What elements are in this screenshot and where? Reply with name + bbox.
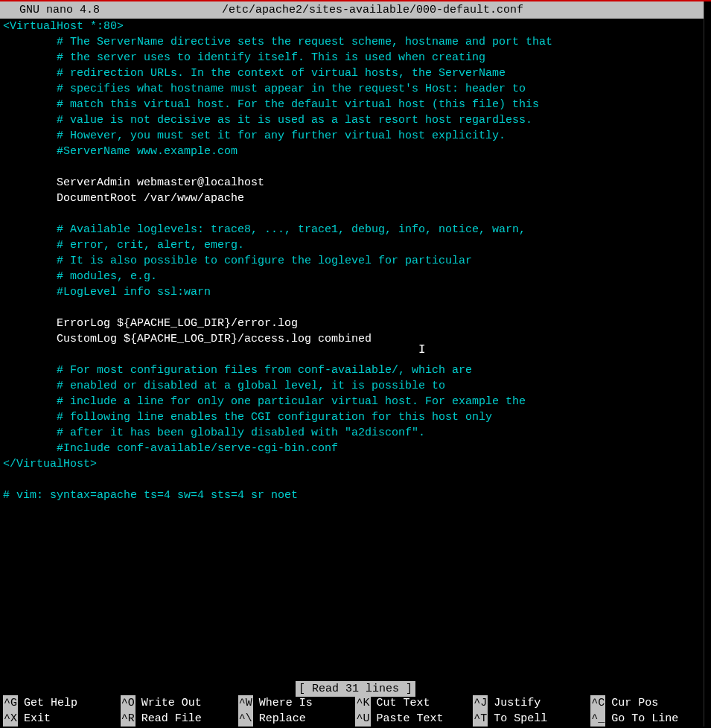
shortcut-key: ^J <box>473 695 488 711</box>
shortcut-label: Read File <box>141 711 202 727</box>
editor-line[interactable]: DocumentRoot /var/www/apache <box>3 191 708 206</box>
editor-line[interactable]: #Include conf-available/serve-cgi-bin.co… <box>3 441 708 456</box>
shortcut-key: ^C <box>590 695 605 711</box>
shortcut-key: ^G <box>3 695 18 711</box>
editor-line-text: # error, crit, alert, emerg. <box>3 239 244 252</box>
editor-line[interactable]: CustomLog ${APACHE_LOG_DIR}/access.log c… <box>3 331 708 347</box>
status-line: [ Read 31 lines ] <box>0 681 711 697</box>
editor-line[interactable]: # error, crit, alert, emerg. <box>3 237 708 253</box>
shortcut-item[interactable]: ^XExit <box>3 711 121 727</box>
editor-line[interactable]: # It is also possible to configure the l… <box>3 253 708 269</box>
shortcut-key: ^O <box>121 695 135 711</box>
shortcut-label: Replace <box>259 711 306 727</box>
vertical-scrollbar[interactable] <box>704 1 711 727</box>
editor-line-text: # vim: syntax=apache ts=4 sw=4 sts=4 sr … <box>3 489 298 502</box>
editor-line-text: #Include conf-available/serve-cgi-bin.co… <box>3 442 338 455</box>
editor-line-text: </VirtualHost> <box>3 458 97 470</box>
editor-line-text: # modules, e.g. <box>3 270 157 283</box>
shortcut-key: ^R <box>121 711 135 727</box>
editor-line[interactable]: #LogLevel info ssl:warn <box>3 284 708 300</box>
shortcut-bar: ^GGet Help^OWrite Out^WWhere Is^KCut Tex… <box>0 695 711 728</box>
shortcut-item[interactable]: ^GGet Help <box>3 695 121 711</box>
titlebar: GNU nano 4.8 /etc/apache2/sites-availabl… <box>0 1 711 19</box>
shortcut-key: ^T <box>473 711 488 727</box>
shortcut-label: Cut Text <box>377 695 430 711</box>
editor-line-text: # value is not decisive as it is used as… <box>3 114 532 127</box>
editor-line[interactable]: # Available loglevels: trace8, ..., trac… <box>3 222 708 237</box>
editor-line-text: # However, you must set it for any furth… <box>3 130 506 142</box>
editor-line-text: # Available loglevels: trace8, ..., trac… <box>3 223 526 236</box>
editor-line[interactable]: # The ServerName directive sets the requ… <box>3 34 708 50</box>
shortcut-label: Get Help <box>24 695 77 711</box>
editor-line[interactable]: </VirtualHost> <box>3 456 708 472</box>
editor-line-text: # The ServerName directive sets the requ… <box>3 36 552 48</box>
editor-area[interactable]: <VirtualHost *:80> # The ServerName dire… <box>0 19 711 503</box>
editor-line-text: <VirtualHost *:80> <box>3 20 124 33</box>
shortcut-label: To Spell <box>494 711 547 727</box>
editor-line[interactable]: # the server uses to identify itself. Th… <box>3 50 708 66</box>
editor-line[interactable]: # redirection URLs. In the context of vi… <box>3 66 708 81</box>
editor-line-text: # include a line for only one particular… <box>3 395 526 408</box>
shortcut-key: ^U <box>355 711 370 727</box>
editor-line[interactable]: # specifies what hostname must appear in… <box>3 81 708 97</box>
editor-line[interactable] <box>3 472 708 488</box>
editor-line[interactable]: ServerAdmin webmaster@localhost <box>3 175 708 191</box>
editor-line[interactable]: # However, you must set it for any furth… <box>3 128 708 144</box>
shortcut-row-2: ^XExit^RRead File^\Replace^UPaste Text^T… <box>3 711 708 727</box>
editor-line[interactable]: # enabled or disabled at a global level,… <box>3 378 708 394</box>
editor-line[interactable]: # following line enables the CGI configu… <box>3 409 708 425</box>
editor-line-text: ServerAdmin webmaster@localhost <box>3 176 264 189</box>
shortcut-key: ^X <box>3 711 18 727</box>
shortcut-item[interactable]: ^TTo Spell <box>473 711 590 727</box>
editor-line-text: # specifies what hostname must appear in… <box>3 83 526 95</box>
editor-line-text: # following line enables the CGI configu… <box>3 411 492 424</box>
shortcut-item[interactable]: ^_Go To Line <box>590 711 708 727</box>
open-file-path: /etc/apache2/sites-available/000-default… <box>40 2 705 18</box>
editor-line[interactable] <box>3 159 708 175</box>
shortcut-key: ^K <box>355 695 370 711</box>
editor-line-text: # enabled or disabled at a global level,… <box>3 380 445 392</box>
editor-line-text: ErrorLog ${APACHE_LOG_DIR}/error.log <box>3 317 298 330</box>
shortcut-item[interactable]: ^UPaste Text <box>355 711 473 727</box>
editor-line-text: #LogLevel info ssl:warn <box>3 286 211 298</box>
editor-line[interactable] <box>3 300 708 316</box>
shortcut-label: Exit <box>24 711 51 727</box>
shortcut-item[interactable]: ^OWrite Out <box>121 695 238 711</box>
shortcut-label: Paste Text <box>377 711 444 727</box>
shortcut-item[interactable]: ^JJustify <box>473 695 590 711</box>
shortcut-item[interactable]: ^CCur Pos <box>590 695 708 711</box>
shortcut-row-1: ^GGet Help^OWrite Out^WWhere Is^KCut Tex… <box>3 695 708 711</box>
editor-line[interactable]: # For most configuration files from conf… <box>3 363 708 378</box>
editor-line-text: # the server uses to identify itself. Th… <box>3 51 485 64</box>
editor-line[interactable]: #ServerName www.example.com <box>3 144 708 159</box>
editor-line[interactable]: <VirtualHost *:80> <box>3 19 708 34</box>
shortcut-label: Write Out <box>141 695 202 711</box>
editor-line-text: # match this virtual host. For the defau… <box>3 98 539 111</box>
editor-line[interactable]: # value is not decisive as it is used as… <box>3 112 708 128</box>
shortcut-item[interactable]: ^RRead File <box>121 711 238 727</box>
editor-line[interactable]: # modules, e.g. <box>3 269 708 284</box>
shortcut-key: ^\ <box>238 711 253 727</box>
editor-line-text: # after it has been globally disabled wi… <box>3 427 425 439</box>
shortcut-item[interactable]: ^\Replace <box>238 711 356 727</box>
editor-line[interactable]: # vim: syntax=apache ts=4 sw=4 sts=4 sr … <box>3 488 708 503</box>
shortcut-key: ^W <box>238 695 253 711</box>
shortcut-item[interactable]: ^WWhere Is <box>238 695 356 711</box>
editor-line[interactable]: # match this virtual host. For the defau… <box>3 97 708 112</box>
shortcut-label: Where Is <box>259 695 313 711</box>
editor-line[interactable] <box>3 347 708 363</box>
shortcut-label: Cur Pos <box>611 695 658 711</box>
editor-line-text: # It is also possible to configure the l… <box>3 255 472 267</box>
shortcut-label: Justify <box>494 695 541 711</box>
editor-line[interactable]: ErrorLog ${APACHE_LOG_DIR}/error.log <box>3 316 708 331</box>
editor-line-text: #ServerName www.example.com <box>3 145 237 158</box>
editor-line-text: DocumentRoot /var/www/apache <box>3 192 244 205</box>
shortcut-item[interactable]: ^KCut Text <box>355 695 473 711</box>
editor-line[interactable]: # include a line for only one particular… <box>3 394 708 409</box>
editor-line-text: CustomLog ${APACHE_LOG_DIR}/access.log c… <box>3 333 372 345</box>
editor-line[interactable]: # after it has been globally disabled wi… <box>3 425 708 441</box>
text-cursor-icon: I <box>418 342 426 358</box>
editor-line[interactable] <box>3 206 708 222</box>
editor-line-text: # redirection URLs. In the context of vi… <box>3 67 506 80</box>
status-message: [ Read 31 lines ] <box>296 681 415 697</box>
